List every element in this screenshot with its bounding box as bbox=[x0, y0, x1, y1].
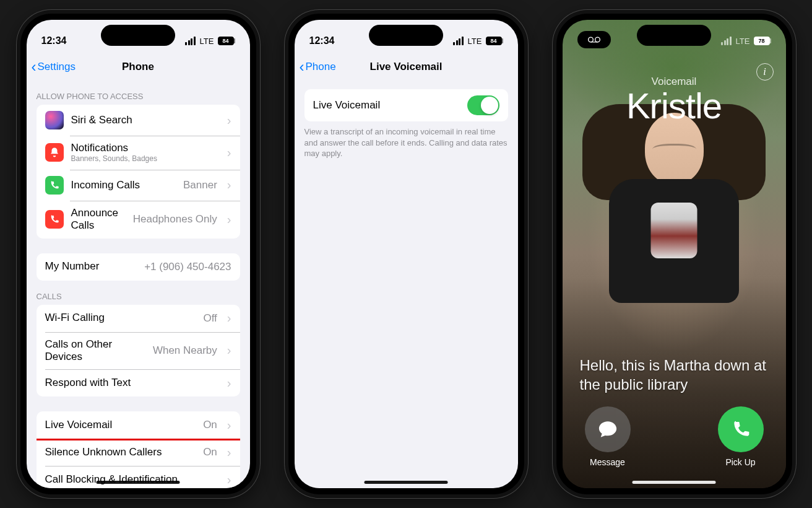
row-value: Off bbox=[203, 312, 217, 325]
row-label: Wi-Fi Calling bbox=[45, 312, 196, 324]
row-live-voicemail-toggle: Live Voicemail bbox=[304, 89, 508, 121]
row-label: NotificationsBanners, Sounds, Badges bbox=[71, 142, 217, 164]
section-header-access: ALLOW PHONE TO ACCESS bbox=[27, 81, 250, 105]
row-label: Silence Unknown Callers bbox=[45, 446, 196, 458]
chevron-left-icon: ‹ bbox=[32, 58, 37, 76]
toggle-switch[interactable] bbox=[467, 95, 499, 115]
network-label: LTE bbox=[468, 37, 482, 46]
battery-icon: 84 bbox=[486, 37, 503, 45]
back-label: Settings bbox=[38, 61, 76, 73]
row-live-voicemail[interactable]: Live Voicemail On › bbox=[37, 411, 240, 439]
row-label: Announce Calls bbox=[71, 207, 126, 232]
chevron-right-icon: › bbox=[227, 445, 231, 460]
chevron-right-icon: › bbox=[227, 418, 231, 432]
chevron-left-icon: ‹ bbox=[300, 58, 304, 76]
row-label: Live Voicemail bbox=[313, 99, 460, 112]
battery-icon: 84 bbox=[218, 37, 235, 45]
phone-mockup-settings: 12:34 LTE 84 ‹Settings Phone ALLOW PHONE… bbox=[17, 10, 260, 498]
row-value: +1 (906) 450-4623 bbox=[144, 261, 231, 273]
caller-name: Kristle bbox=[580, 88, 769, 124]
row-value: On bbox=[203, 446, 217, 458]
notifications-icon bbox=[45, 143, 64, 162]
status-time: 12:34 bbox=[309, 35, 335, 46]
home-indicator[interactable] bbox=[97, 481, 180, 484]
chevron-right-icon: › bbox=[227, 178, 231, 192]
signal-icon bbox=[185, 37, 196, 45]
row-value: When Nearby bbox=[153, 344, 217, 357]
row-siri-search[interactable]: Siri & Search › bbox=[37, 105, 240, 136]
row-value: Headphones Only bbox=[133, 213, 217, 226]
phone-icon bbox=[718, 406, 764, 452]
chevron-right-icon: › bbox=[227, 146, 231, 160]
phone-mockup-incoming-call: LTE 78 i Voicemail Kristle Hello, this i… bbox=[553, 10, 796, 498]
back-label: Phone bbox=[306, 61, 336, 73]
row-label: Respond with Text bbox=[45, 377, 217, 389]
message-button[interactable]: Message bbox=[585, 406, 631, 467]
home-indicator[interactable] bbox=[633, 481, 716, 484]
row-label: My Number bbox=[45, 260, 137, 273]
cell-group-voicemail: Live Voicemail On › Silence Unknown Call… bbox=[37, 411, 240, 488]
status-time: 12:34 bbox=[41, 35, 67, 46]
dynamic-island bbox=[637, 25, 711, 46]
button-label: Pick Up bbox=[725, 457, 755, 467]
row-label: Live Voicemail bbox=[45, 419, 196, 431]
pickup-button[interactable]: Pick Up bbox=[718, 406, 764, 467]
nav-bar: ‹Phone Live Voicemail bbox=[295, 53, 518, 81]
call-overlay: Voicemail Kristle Hello, this is Martha … bbox=[563, 20, 786, 488]
row-value: On bbox=[203, 419, 217, 431]
cell-group-calls: Wi-Fi Calling Off › Calls on Other Devic… bbox=[37, 305, 240, 397]
chevron-right-icon: › bbox=[227, 343, 231, 357]
dynamic-island bbox=[369, 25, 443, 46]
row-respond-text[interactable]: Respond with Text › bbox=[37, 369, 240, 396]
call-buttons: Message Pick Up bbox=[580, 406, 769, 488]
siri-icon bbox=[45, 111, 64, 129]
row-silence-unknown[interactable]: Silence Unknown Callers On › bbox=[37, 439, 240, 466]
row-value: Banner bbox=[183, 179, 217, 191]
row-incoming-calls[interactable]: Incoming Calls Banner › bbox=[37, 170, 240, 201]
cell-group-access: Siri & Search › NotificationsBanners, So… bbox=[37, 105, 240, 239]
phone-announce-icon bbox=[45, 210, 64, 229]
section-footer: View a transcript of an incoming voicema… bbox=[295, 121, 518, 159]
chevron-right-icon: › bbox=[227, 212, 231, 227]
cell-group-number: My Number +1 (906) 450-4623 bbox=[37, 253, 240, 281]
row-label: Siri & Search bbox=[71, 114, 217, 126]
highlight-live-voicemail: Live Voicemail On › bbox=[37, 411, 240, 440]
row-label: Incoming Calls bbox=[71, 179, 176, 191]
chevron-right-icon: › bbox=[227, 311, 231, 325]
row-my-number[interactable]: My Number +1 (906) 450-4623 bbox=[37, 253, 240, 281]
row-call-blocking[interactable]: Call Blocking & Identification › bbox=[37, 466, 240, 488]
row-wifi-calling[interactable]: Wi-Fi Calling Off › bbox=[37, 305, 240, 332]
row-other-devices[interactable]: Calls on Other Devices When Nearby › bbox=[37, 332, 240, 370]
dynamic-island bbox=[101, 25, 175, 46]
chevron-right-icon: › bbox=[227, 113, 231, 128]
phone-incoming-icon bbox=[45, 176, 64, 195]
button-label: Message bbox=[590, 457, 625, 467]
back-button[interactable]: ‹Settings bbox=[32, 58, 76, 76]
chevron-right-icon: › bbox=[227, 376, 231, 390]
chevron-right-icon: › bbox=[227, 473, 231, 487]
row-label: Calls on Other Devices bbox=[45, 338, 145, 364]
phone-mockup-live-voicemail: 12:34 LTE 84 ‹Phone Live Voicemail Live … bbox=[285, 10, 528, 498]
network-label: LTE bbox=[200, 37, 214, 46]
section-header-calls: CALLS bbox=[27, 281, 250, 305]
message-icon bbox=[585, 406, 631, 452]
nav-bar: ‹Settings Phone bbox=[27, 53, 250, 81]
live-transcript: Hello, this is Martha down at the public… bbox=[580, 356, 769, 394]
home-indicator[interactable] bbox=[365, 481, 448, 484]
row-announce-calls[interactable]: Announce Calls Headphones Only › bbox=[37, 201, 240, 239]
back-button[interactable]: ‹Phone bbox=[300, 58, 336, 76]
row-notifications[interactable]: NotificationsBanners, Sounds, Badges › bbox=[37, 136, 240, 170]
signal-icon bbox=[453, 37, 464, 45]
row-label: Call Blocking & Identification bbox=[45, 473, 217, 486]
cell-group-toggle: Live Voicemail bbox=[304, 89, 508, 121]
